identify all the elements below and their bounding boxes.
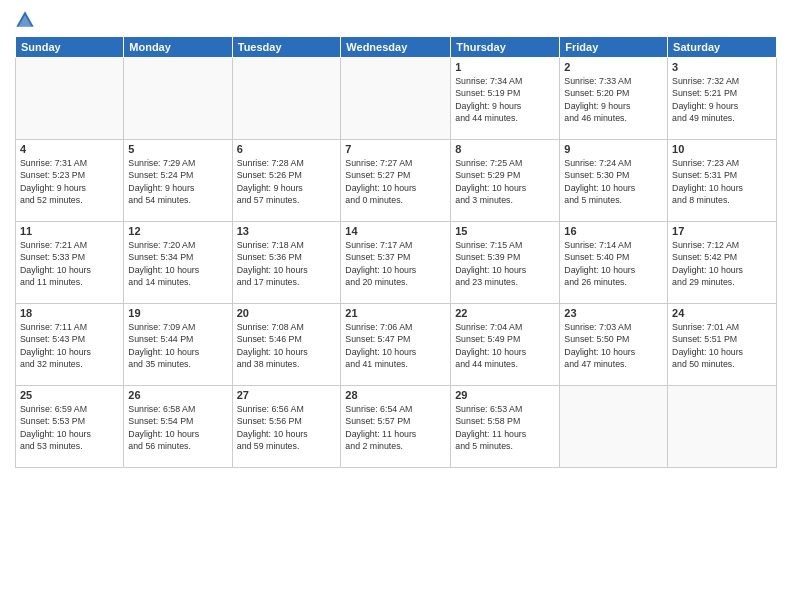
day-number: 16 xyxy=(564,225,663,237)
col-header-friday: Friday xyxy=(560,37,668,58)
calendar-header: SundayMondayTuesdayWednesdayThursdayFrid… xyxy=(16,37,777,58)
day-info: Sunrise: 6:54 AM Sunset: 5:57 PM Dayligh… xyxy=(345,403,446,452)
day-cell xyxy=(124,58,232,140)
day-info: Sunrise: 7:25 AM Sunset: 5:29 PM Dayligh… xyxy=(455,157,555,206)
day-info: Sunrise: 7:09 AM Sunset: 5:44 PM Dayligh… xyxy=(128,321,227,370)
week-row-5: 25Sunrise: 6:59 AM Sunset: 5:53 PM Dayli… xyxy=(16,386,777,468)
page: SundayMondayTuesdayWednesdayThursdayFrid… xyxy=(0,0,792,612)
day-number: 3 xyxy=(672,61,772,73)
day-info: Sunrise: 7:06 AM Sunset: 5:47 PM Dayligh… xyxy=(345,321,446,370)
day-info: Sunrise: 7:29 AM Sunset: 5:24 PM Dayligh… xyxy=(128,157,227,206)
day-info: Sunrise: 7:08 AM Sunset: 5:46 PM Dayligh… xyxy=(237,321,337,370)
day-info: Sunrise: 7:34 AM Sunset: 5:19 PM Dayligh… xyxy=(455,75,555,124)
day-number: 5 xyxy=(128,143,227,155)
day-info: Sunrise: 7:31 AM Sunset: 5:23 PM Dayligh… xyxy=(20,157,119,206)
logo xyxy=(15,10,39,30)
day-cell xyxy=(668,386,777,468)
day-info: Sunrise: 6:59 AM Sunset: 5:53 PM Dayligh… xyxy=(20,403,119,452)
day-info: Sunrise: 7:17 AM Sunset: 5:37 PM Dayligh… xyxy=(345,239,446,288)
day-cell xyxy=(341,58,451,140)
day-info: Sunrise: 7:11 AM Sunset: 5:43 PM Dayligh… xyxy=(20,321,119,370)
day-number: 25 xyxy=(20,389,119,401)
day-cell: 1Sunrise: 7:34 AM Sunset: 5:19 PM Daylig… xyxy=(451,58,560,140)
week-row-1: 1Sunrise: 7:34 AM Sunset: 5:19 PM Daylig… xyxy=(16,58,777,140)
day-cell: 5Sunrise: 7:29 AM Sunset: 5:24 PM Daylig… xyxy=(124,140,232,222)
day-cell: 13Sunrise: 7:18 AM Sunset: 5:36 PM Dayli… xyxy=(232,222,341,304)
day-cell: 27Sunrise: 6:56 AM Sunset: 5:56 PM Dayli… xyxy=(232,386,341,468)
day-number: 19 xyxy=(128,307,227,319)
day-cell: 6Sunrise: 7:28 AM Sunset: 5:26 PM Daylig… xyxy=(232,140,341,222)
logo-icon xyxy=(15,10,35,30)
day-info: Sunrise: 7:20 AM Sunset: 5:34 PM Dayligh… xyxy=(128,239,227,288)
day-number: 18 xyxy=(20,307,119,319)
day-number: 14 xyxy=(345,225,446,237)
calendar-body: 1Sunrise: 7:34 AM Sunset: 5:19 PM Daylig… xyxy=(16,58,777,468)
day-number: 2 xyxy=(564,61,663,73)
day-number: 28 xyxy=(345,389,446,401)
day-cell: 21Sunrise: 7:06 AM Sunset: 5:47 PM Dayli… xyxy=(341,304,451,386)
calendar-table: SundayMondayTuesdayWednesdayThursdayFrid… xyxy=(15,36,777,468)
day-info: Sunrise: 7:01 AM Sunset: 5:51 PM Dayligh… xyxy=(672,321,772,370)
day-info: Sunrise: 6:56 AM Sunset: 5:56 PM Dayligh… xyxy=(237,403,337,452)
header-row: SundayMondayTuesdayWednesdayThursdayFrid… xyxy=(16,37,777,58)
col-header-tuesday: Tuesday xyxy=(232,37,341,58)
day-cell: 18Sunrise: 7:11 AM Sunset: 5:43 PM Dayli… xyxy=(16,304,124,386)
day-number: 13 xyxy=(237,225,337,237)
day-cell: 4Sunrise: 7:31 AM Sunset: 5:23 PM Daylig… xyxy=(16,140,124,222)
day-info: Sunrise: 7:32 AM Sunset: 5:21 PM Dayligh… xyxy=(672,75,772,124)
day-cell: 25Sunrise: 6:59 AM Sunset: 5:53 PM Dayli… xyxy=(16,386,124,468)
day-number: 7 xyxy=(345,143,446,155)
day-cell: 10Sunrise: 7:23 AM Sunset: 5:31 PM Dayli… xyxy=(668,140,777,222)
col-header-monday: Monday xyxy=(124,37,232,58)
week-row-3: 11Sunrise: 7:21 AM Sunset: 5:33 PM Dayli… xyxy=(16,222,777,304)
day-cell: 8Sunrise: 7:25 AM Sunset: 5:29 PM Daylig… xyxy=(451,140,560,222)
day-number: 20 xyxy=(237,307,337,319)
day-info: Sunrise: 7:04 AM Sunset: 5:49 PM Dayligh… xyxy=(455,321,555,370)
day-cell: 7Sunrise: 7:27 AM Sunset: 5:27 PM Daylig… xyxy=(341,140,451,222)
day-cell: 17Sunrise: 7:12 AM Sunset: 5:42 PM Dayli… xyxy=(668,222,777,304)
day-cell: 9Sunrise: 7:24 AM Sunset: 5:30 PM Daylig… xyxy=(560,140,668,222)
day-info: Sunrise: 7:15 AM Sunset: 5:39 PM Dayligh… xyxy=(455,239,555,288)
day-number: 6 xyxy=(237,143,337,155)
day-number: 26 xyxy=(128,389,227,401)
day-number: 24 xyxy=(672,307,772,319)
day-info: Sunrise: 7:23 AM Sunset: 5:31 PM Dayligh… xyxy=(672,157,772,206)
day-cell: 29Sunrise: 6:53 AM Sunset: 5:58 PM Dayli… xyxy=(451,386,560,468)
col-header-saturday: Saturday xyxy=(668,37,777,58)
day-number: 27 xyxy=(237,389,337,401)
day-cell: 19Sunrise: 7:09 AM Sunset: 5:44 PM Dayli… xyxy=(124,304,232,386)
col-header-wednesday: Wednesday xyxy=(341,37,451,58)
day-number: 12 xyxy=(128,225,227,237)
day-number: 1 xyxy=(455,61,555,73)
week-row-2: 4Sunrise: 7:31 AM Sunset: 5:23 PM Daylig… xyxy=(16,140,777,222)
day-cell: 12Sunrise: 7:20 AM Sunset: 5:34 PM Dayli… xyxy=(124,222,232,304)
day-info: Sunrise: 7:27 AM Sunset: 5:27 PM Dayligh… xyxy=(345,157,446,206)
day-cell: 3Sunrise: 7:32 AM Sunset: 5:21 PM Daylig… xyxy=(668,58,777,140)
day-info: Sunrise: 7:18 AM Sunset: 5:36 PM Dayligh… xyxy=(237,239,337,288)
day-number: 29 xyxy=(455,389,555,401)
day-info: Sunrise: 7:14 AM Sunset: 5:40 PM Dayligh… xyxy=(564,239,663,288)
day-info: Sunrise: 7:21 AM Sunset: 5:33 PM Dayligh… xyxy=(20,239,119,288)
day-cell: 11Sunrise: 7:21 AM Sunset: 5:33 PM Dayli… xyxy=(16,222,124,304)
day-cell: 15Sunrise: 7:15 AM Sunset: 5:39 PM Dayli… xyxy=(451,222,560,304)
day-number: 15 xyxy=(455,225,555,237)
day-cell xyxy=(232,58,341,140)
day-number: 23 xyxy=(564,307,663,319)
day-cell xyxy=(16,58,124,140)
col-header-sunday: Sunday xyxy=(16,37,124,58)
day-number: 17 xyxy=(672,225,772,237)
day-info: Sunrise: 6:58 AM Sunset: 5:54 PM Dayligh… xyxy=(128,403,227,452)
day-cell: 16Sunrise: 7:14 AM Sunset: 5:40 PM Dayli… xyxy=(560,222,668,304)
header xyxy=(15,10,777,30)
day-cell: 23Sunrise: 7:03 AM Sunset: 5:50 PM Dayli… xyxy=(560,304,668,386)
day-number: 9 xyxy=(564,143,663,155)
day-number: 8 xyxy=(455,143,555,155)
day-number: 11 xyxy=(20,225,119,237)
day-info: Sunrise: 7:33 AM Sunset: 5:20 PM Dayligh… xyxy=(564,75,663,124)
day-info: Sunrise: 7:24 AM Sunset: 5:30 PM Dayligh… xyxy=(564,157,663,206)
day-cell: 28Sunrise: 6:54 AM Sunset: 5:57 PM Dayli… xyxy=(341,386,451,468)
day-number: 21 xyxy=(345,307,446,319)
day-cell: 22Sunrise: 7:04 AM Sunset: 5:49 PM Dayli… xyxy=(451,304,560,386)
day-cell: 26Sunrise: 6:58 AM Sunset: 5:54 PM Dayli… xyxy=(124,386,232,468)
week-row-4: 18Sunrise: 7:11 AM Sunset: 5:43 PM Dayli… xyxy=(16,304,777,386)
